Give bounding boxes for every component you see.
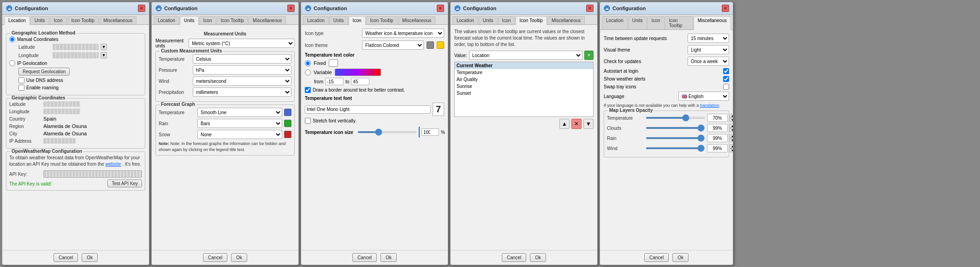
fixed-color-radio[interactable]	[305, 60, 311, 66]
owm-link[interactable]: website	[105, 162, 121, 167]
latitude-spinner[interactable]: ▼	[101, 44, 107, 50]
to-input[interactable]	[351, 78, 369, 85]
longitude-spinner[interactable]: ▼	[101, 52, 107, 58]
ok-btn-3[interactable]: Ok	[380, 253, 397, 262]
close-button-1[interactable]: ✕	[138, 5, 145, 12]
temp-opacity-input[interactable]	[707, 114, 728, 122]
border-check[interactable]	[305, 87, 311, 93]
ok-btn-2[interactable]: Ok	[231, 253, 247, 262]
weather-alerts-check[interactable]	[723, 76, 729, 82]
tab-location-2[interactable]: Location	[154, 16, 179, 24]
tab-units-3[interactable]: Units	[329, 16, 348, 24]
move-down-btn[interactable]: ▼	[583, 119, 594, 129]
tab-misc-2[interactable]: Miscellaneous	[249, 16, 286, 24]
forecast-snow-select[interactable]: None	[197, 130, 282, 139]
wind-opacity-input[interactable]	[707, 144, 728, 152]
clouds-opacity-spinner[interactable]: ▲▼	[730, 124, 733, 132]
temp-opacity-slider[interactable]	[646, 117, 705, 119]
cancel-btn-3[interactable]: Cancel	[352, 253, 377, 262]
tooltip-item-0[interactable]: Current Weather	[455, 62, 593, 69]
rain-opacity-input[interactable]	[707, 134, 728, 142]
tab-icontooltip-5[interactable]: Icon Tooltip	[665, 16, 693, 29]
enable-roaming-check[interactable]	[18, 85, 24, 91]
variable-color-gradient[interactable]	[335, 69, 381, 76]
forecast-temp-color[interactable]	[284, 109, 291, 116]
close-button-3[interactable]: ✕	[437, 5, 444, 12]
rain-opacity-slider[interactable]	[646, 137, 705, 139]
add-value-btn[interactable]: +	[584, 51, 594, 60]
cancel-btn-1[interactable]: Cancel	[53, 253, 78, 262]
tab-icontooltip-3[interactable]: Icon Tooltip	[366, 16, 398, 24]
autostart-check[interactable]	[723, 68, 729, 74]
wind-unit-select[interactable]: meters/second	[193, 76, 291, 86]
tab-icontooltip-1[interactable]: Icon Tooltip	[67, 16, 99, 24]
tab-icontooltip-2[interactable]: Icon Tooltip	[217, 16, 248, 24]
forecast-rain-color[interactable]	[284, 120, 291, 127]
cancel-btn-2[interactable]: Cancel	[203, 253, 227, 262]
tab-icontooltip-4[interactable]: Icon Tooltip	[516, 16, 547, 25]
ok-btn-1[interactable]: Ok	[82, 253, 98, 262]
temp-opacity-spinner[interactable]: ▲▼	[730, 114, 733, 122]
ok-btn-4[interactable]: Ok	[530, 253, 546, 262]
close-button-2[interactable]: ✕	[287, 5, 295, 12]
tab-misc-4[interactable]: Miscellaneous	[547, 16, 585, 24]
temp-unit-select[interactable]: Celsius	[193, 54, 291, 64]
delete-btn[interactable]: ✕	[571, 119, 582, 129]
icon-size-input[interactable]	[422, 128, 439, 136]
tab-units-4[interactable]: Units	[479, 16, 498, 24]
clouds-opacity-slider[interactable]	[646, 127, 705, 129]
measurement-select[interactable]: Metric system (°C)	[189, 39, 295, 48]
close-button-4[interactable]: ✕	[586, 5, 594, 12]
forecast-snow-color[interactable]	[284, 131, 291, 138]
cancel-btn-4[interactable]: Cancel	[502, 253, 526, 262]
value-select[interactable]: Location	[469, 51, 582, 60]
ok-btn-5[interactable]: Ok	[672, 253, 689, 262]
tab-location-3[interactable]: Location	[303, 16, 329, 24]
tab-icon-4[interactable]: Icon	[498, 16, 515, 24]
clouds-opacity-input[interactable]	[707, 124, 728, 132]
wind-opacity-slider[interactable]	[646, 147, 705, 149]
move-up-btn[interactable]: ▲	[559, 119, 570, 129]
tooltip-item-3[interactable]: Sunrise	[455, 83, 593, 90]
fixed-color-swatch[interactable]	[329, 59, 338, 67]
tooltip-item-1[interactable]: Temperature	[455, 69, 593, 76]
tab-icon-2[interactable]: Icon	[199, 16, 216, 24]
forecast-rain-select[interactable]: Bars	[197, 119, 282, 128]
update-interval-select[interactable]: 15 minutes	[688, 34, 729, 43]
tab-misc-1[interactable]: Miscellaneous	[99, 16, 137, 24]
rain-opacity-spinner[interactable]: ▲▼	[730, 134, 733, 142]
precip-unit-select[interactable]: millimeters	[193, 87, 291, 97]
tab-misc-5[interactable]: Miscellaneous	[694, 16, 731, 30]
language-select[interactable]: 🇬🇧 English	[678, 92, 729, 101]
tooltip-item-4[interactable]: Sunset	[455, 90, 593, 97]
icon-size-slider[interactable]	[357, 131, 417, 133]
ip-geo-radio[interactable]	[9, 60, 15, 66]
tab-icon-5[interactable]: Icon	[647, 16, 665, 29]
swap-tray-check[interactable]	[723, 84, 729, 90]
temp-font-input[interactable]	[305, 105, 431, 114]
close-button-5[interactable]: ✕	[722, 5, 729, 12]
from-input[interactable]	[325, 78, 344, 85]
tab-location-1[interactable]: Location	[4, 16, 30, 25]
tab-misc-3[interactable]: Miscellaneous	[398, 16, 435, 24]
tab-location-4[interactable]: Location	[452, 16, 478, 24]
wind-opacity-spinner[interactable]: ▲▼	[730, 144, 733, 152]
icon-theme-select[interactable]: FlatIcon Colored	[362, 41, 424, 50]
request-geo-btn[interactable]: Request Geolocation	[18, 68, 70, 75]
tab-icon-3[interactable]: Icon	[349, 16, 366, 25]
check-updates-select[interactable]: Once a week	[688, 57, 729, 66]
tab-units-1[interactable]: Units	[30, 16, 49, 24]
visual-theme-select[interactable]: Light	[688, 45, 729, 54]
cancel-btn-5[interactable]: Cancel	[644, 253, 669, 262]
tab-icon-1[interactable]: Icon	[50, 16, 67, 24]
test-api-btn[interactable]: Test API Key	[107, 180, 142, 187]
manual-coords-radio[interactable]	[9, 36, 15, 42]
tooltip-item-2[interactable]: Air Quality	[455, 76, 593, 83]
use-dns-check[interactable]	[18, 77, 24, 83]
variable-color-radio[interactable]	[305, 70, 311, 75]
pressure-unit-select[interactable]: hPa	[193, 65, 291, 75]
translation-link[interactable]: translation	[700, 103, 719, 108]
stretch-font-check[interactable]	[305, 118, 311, 124]
icon-type-select[interactable]: Weather icon & temperature icon	[362, 29, 444, 38]
tab-units-5[interactable]: Units	[628, 16, 647, 29]
